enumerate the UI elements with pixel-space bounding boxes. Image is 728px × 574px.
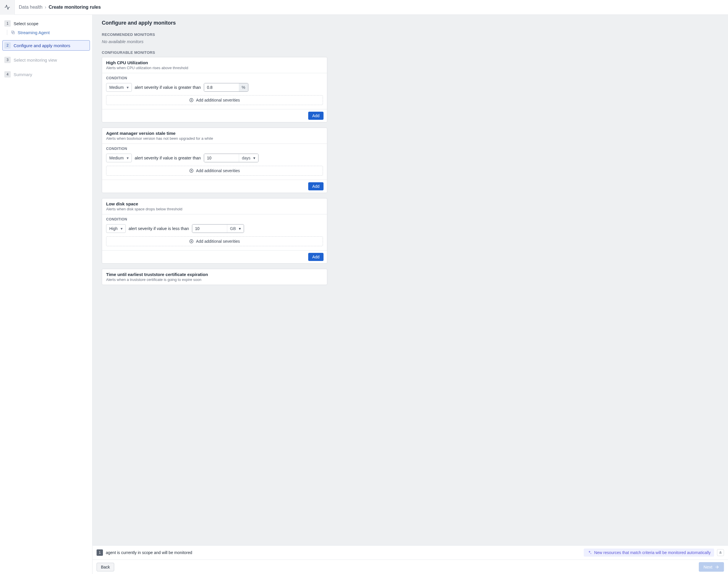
condition-label: CONDITION: [106, 217, 323, 221]
breadcrumb: Data health › Create monitoring rules: [15, 5, 101, 10]
monitor-card: Agent manager version stale time Alerts …: [102, 128, 327, 193]
step-number: 3: [4, 57, 11, 63]
step-label: Select monitoring view: [13, 57, 57, 63]
breadcrumb-current: Create monitoring rules: [49, 5, 101, 10]
monitor-card: Low disk space Alerts when disk space dr…: [102, 198, 327, 263]
breadcrumb-root[interactable]: Data health: [19, 5, 43, 10]
step-monitoring-view[interactable]: 3 Select monitoring view: [2, 55, 90, 65]
unit-value: GB: [230, 226, 236, 231]
severity-select[interactable]: High ▾: [106, 224, 126, 233]
add-severities-button[interactable]: Add additional severities: [106, 236, 323, 246]
step-number: 4: [4, 71, 11, 78]
severity-value: Medium: [109, 85, 124, 90]
threshold-input[interactable]: [204, 154, 239, 162]
monitor-desc: Alerts when bootvisor version has not be…: [106, 136, 323, 140]
monitor-title: Time until earliest truststore certifica…: [106, 272, 323, 277]
scope-info: 1 agent is currently in scope and will b…: [97, 549, 192, 556]
no-available-text: No available monitors: [102, 39, 327, 44]
add-severities-button[interactable]: Add additional severities: [106, 95, 323, 105]
unit-value: days: [242, 156, 251, 160]
add-severities-label: Add additional severities: [196, 98, 240, 102]
condition-sentence: alert severity if value is less than: [129, 226, 189, 231]
sidebar: 1 Select scope Streaming Agent 2 Configu…: [0, 15, 93, 574]
add-monitor-button[interactable]: Add: [308, 182, 323, 190]
auto-monitor-banner: New resources that match criteria will b…: [584, 548, 714, 557]
condition-sentence: alert severity if value is greater than: [135, 156, 201, 160]
recommended-monitors-label: RECOMMENDED MONITORS: [102, 32, 327, 37]
threshold-input-group: %: [204, 83, 248, 92]
add-severities-button[interactable]: Add additional severities: [106, 166, 323, 176]
threshold-input-group: GB ▾: [192, 224, 244, 233]
severity-select[interactable]: Medium ▾: [106, 154, 132, 162]
header: Data health › Create monitoring rules: [0, 0, 728, 15]
scope-count-badge: 1: [97, 549, 103, 556]
monitor-desc: Alerts when disk space drops below thres…: [106, 207, 323, 211]
step-scope-subitem[interactable]: Streaming Agent: [2, 29, 90, 36]
step-label: Select scope: [13, 21, 39, 26]
arrow-right-icon: [715, 565, 719, 569]
threshold-input[interactable]: [204, 83, 239, 91]
step-select-scope[interactable]: 1 Select scope: [2, 18, 90, 29]
scope-text: agent is currently in scope and will be …: [106, 550, 192, 555]
severity-select[interactable]: Medium ▾: [106, 83, 132, 92]
caret-down-icon: ▾: [127, 156, 129, 160]
condition-label: CONDITION: [106, 147, 323, 151]
auto-monitor-text: New resources that match criteria will b…: [594, 550, 711, 555]
monitor-title: Agent manager version stale time: [106, 131, 323, 136]
monitor-title: Low disk space: [106, 201, 323, 206]
next-label: Next: [703, 565, 713, 569]
sparkle-icon: [587, 550, 592, 555]
monitor-title: High CPU Utilization: [106, 60, 323, 65]
monitor-card: High CPU Utilization Alerts when CPU uti…: [102, 57, 327, 122]
unit-select[interactable]: GB ▾: [227, 224, 244, 233]
caret-down-icon: ▾: [239, 226, 241, 231]
activity-icon: [0, 0, 15, 15]
add-monitor-button[interactable]: Add: [308, 253, 323, 261]
scope-subitem-label: Streaming Agent: [18, 30, 50, 35]
threshold-input-group: days ▾: [204, 154, 259, 162]
collapse-button[interactable]: [717, 549, 724, 556]
severity-value: High: [109, 226, 118, 231]
copy-icon: [11, 30, 15, 35]
page-title: Configure and apply monitors: [102, 20, 327, 26]
caret-down-icon: ▾: [253, 156, 255, 160]
add-monitor-button[interactable]: Add: [308, 112, 323, 120]
chevrons-up-icon: [719, 550, 723, 555]
add-severities-label: Add additional severities: [196, 239, 240, 244]
step-number: 1: [4, 20, 11, 27]
step-summary[interactable]: 4 Summary: [2, 69, 90, 80]
monitor-desc: Alerts when a truststore certificate is …: [106, 278, 323, 282]
unit-label: %: [239, 83, 248, 91]
step-label: Summary: [13, 72, 32, 77]
plus-circle-icon: [189, 98, 194, 102]
footer: 1 agent is currently in scope and will b…: [93, 545, 728, 574]
next-button[interactable]: Next: [699, 562, 724, 572]
step-configure-monitors[interactable]: 2 Configure and apply monitors: [2, 40, 90, 51]
monitor-desc: Alerts when CPU utilization rises above …: [106, 66, 323, 70]
caret-down-icon: ▾: [121, 226, 123, 231]
back-button[interactable]: Back: [97, 563, 114, 571]
add-severities-label: Add additional severities: [196, 168, 240, 173]
monitor-card: Time until earliest truststore certifica…: [102, 269, 327, 285]
unit-select[interactable]: days ▾: [239, 154, 259, 162]
step-number: 2: [4, 42, 11, 49]
condition-sentence: alert severity if value is greater than: [135, 85, 201, 90]
caret-down-icon: ▾: [127, 85, 129, 90]
configurable-monitors-label: CONFIGURABLE MONITORS: [102, 50, 327, 55]
plus-circle-icon: [189, 168, 194, 173]
plus-circle-icon: [189, 239, 194, 244]
step-label: Configure and apply monitors: [13, 43, 70, 48]
threshold-input[interactable]: [192, 224, 227, 233]
chevron-right-icon: ›: [45, 5, 46, 10]
severity-value: Medium: [109, 156, 124, 160]
condition-label: CONDITION: [106, 76, 323, 80]
